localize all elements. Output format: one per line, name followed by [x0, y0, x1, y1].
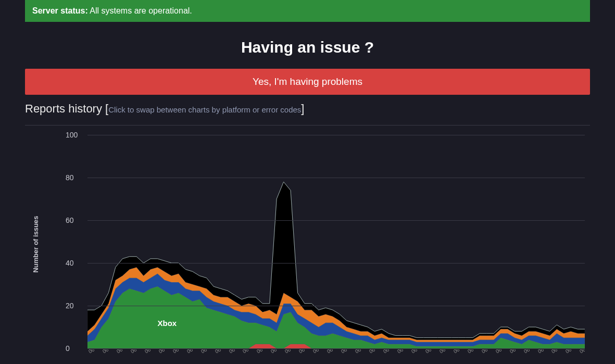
x-tick-label: 06	[481, 349, 491, 358]
x-tick-label: 06	[579, 349, 585, 358]
gridline	[87, 263, 585, 263]
x-tick-label: 06	[509, 349, 519, 358]
x-tick-label: 06	[453, 349, 462, 358]
status-prefix: Server status:	[32, 6, 88, 15]
x-tick-label: 06	[537, 349, 547, 358]
reports-chart[interactable]: Number of issues Xbox 020406080100 06060…	[41, 130, 590, 359]
x-tick-label: 06	[410, 349, 420, 358]
x-tick-label: 06	[523, 349, 533, 358]
x-tick-label: 06	[564, 349, 574, 358]
y-axis-label: Number of issues	[32, 216, 40, 272]
y-tick-label: 60	[66, 216, 74, 224]
reports-history-title: Reports history	[25, 102, 102, 115]
gridline	[87, 135, 585, 135]
divider	[25, 125, 590, 125]
chart-svg	[87, 135, 585, 348]
gridline	[87, 306, 585, 306]
x-tick-label: 06	[270, 349, 280, 358]
bracket-close: ]	[301, 102, 304, 115]
x-tick-label: 06	[214, 349, 224, 358]
y-tick-label: 40	[66, 259, 74, 267]
x-tick-label: 06	[284, 349, 294, 358]
x-tick-label: 06	[550, 349, 560, 358]
x-tick-label: 06	[228, 349, 238, 358]
x-tick-label: 06	[312, 349, 322, 358]
x-tick-label: 06	[200, 349, 210, 358]
x-tick-label: 06	[256, 349, 266, 358]
server-status-banner: Server status: All systems are operation…	[25, 0, 590, 22]
x-tick-label: 06	[326, 349, 336, 358]
x-tick-label: 06	[382, 349, 392, 358]
plot-area: Xbox 020406080100	[87, 135, 585, 348]
x-tick-label: 06	[354, 349, 364, 358]
x-tick-label: 06	[87, 349, 97, 358]
x-tick-label: 06	[340, 349, 350, 358]
x-tick-label: 06	[438, 349, 448, 358]
issue-heading: Having an issue ?	[25, 39, 590, 56]
y-tick-label: 20	[66, 302, 74, 310]
gridline	[87, 178, 585, 178]
swap-charts-link[interactable]: Click to swap between charts by platform…	[108, 105, 301, 114]
x-tick-label: 06	[102, 349, 111, 358]
x-tick-label: 06	[186, 349, 196, 358]
status-message: All systems are operational.	[90, 6, 192, 15]
x-tick-label: 06	[495, 349, 505, 358]
x-tick-label: 06	[242, 349, 252, 358]
x-tick-label: 06	[172, 349, 182, 358]
gridline	[87, 220, 585, 221]
x-tick-label: 06	[424, 349, 434, 358]
x-tick-label: 06	[467, 349, 476, 358]
gridline	[87, 348, 585, 349]
x-tick-label: 06	[130, 349, 140, 358]
x-tick-label: 06	[396, 349, 406, 358]
x-tick-label: 06	[116, 349, 125, 358]
x-tick-label: 06	[158, 349, 168, 358]
xbox-annotation: Xbox	[158, 319, 177, 328]
y-tick-label: 80	[66, 173, 74, 182]
x-tick-label: 06	[298, 349, 308, 358]
x-tick-label: 06	[144, 349, 154, 358]
x-tick-label: 06	[368, 349, 378, 358]
reports-history-header: Reports history [Click to swap between c…	[25, 102, 590, 116]
report-problem-button[interactable]: Yes, I'm having problems	[25, 69, 590, 95]
y-tick-label: 100	[66, 131, 78, 139]
x-axis-ticks: 0606060606060606060606060606060606060606…	[87, 349, 585, 359]
y-tick-label: 0	[66, 344, 70, 353]
